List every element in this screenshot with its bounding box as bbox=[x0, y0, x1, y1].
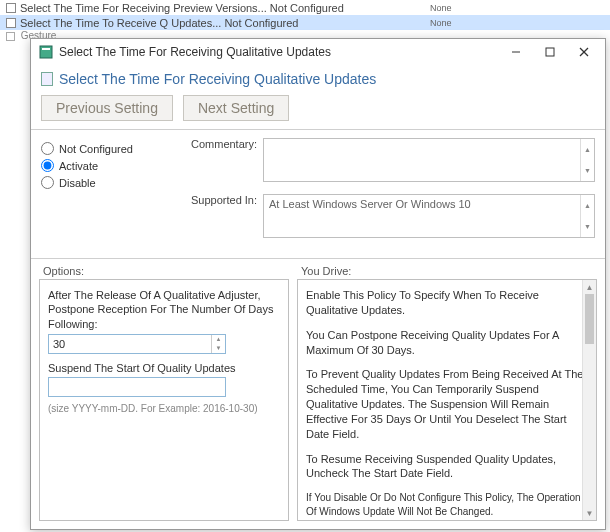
svg-rect-1 bbox=[42, 48, 50, 50]
suspend-label: Suspend The Start Of Quality Updates bbox=[48, 362, 280, 374]
scroll-thumb[interactable] bbox=[585, 294, 594, 344]
bg-policy-value: None bbox=[430, 18, 452, 28]
days-input[interactable]: 30 ▲▼ bbox=[48, 334, 226, 354]
help-text: To Prevent Quality Updates From Being Re… bbox=[306, 367, 588, 441]
help-text: If You Disable Or Do Not Configure This … bbox=[306, 491, 588, 518]
titlebar[interactable]: Select The Time For Receiving Qualitativ… bbox=[31, 39, 605, 65]
help-panel: Enable This Policy To Specify When To Re… bbox=[297, 279, 597, 521]
bg-policy-row-2[interactable]: Select The Time To Receive Q Updates... … bbox=[0, 15, 610, 30]
bg-policy-row-1[interactable]: Select The Time For Receiving Preview Ve… bbox=[0, 0, 610, 15]
bg-policy-value: None bbox=[430, 3, 452, 13]
bg-policy-label: Select The Time To Receive Q Updates... … bbox=[20, 17, 430, 29]
spinner-icon[interactable]: ▲▼ bbox=[580, 139, 594, 181]
spinner-icon[interactable]: ▲▼ bbox=[211, 335, 225, 353]
minimize-button[interactable] bbox=[499, 41, 533, 63]
scrollbar[interactable]: ▲ ▼ bbox=[582, 280, 596, 520]
suspend-date-input[interactable] bbox=[48, 377, 226, 397]
scroll-down-icon[interactable]: ▼ bbox=[583, 506, 596, 520]
help-text: You Can Postpone Receiving Quality Updat… bbox=[306, 328, 588, 358]
size-hint: (size YYYY-mm-DD. For Example: 2016-10-3… bbox=[48, 403, 280, 414]
supported-label: Supported In: bbox=[191, 194, 263, 206]
bg-policy-label: Select The Time For Receiving Preview Ve… bbox=[20, 2, 430, 14]
svg-rect-3 bbox=[546, 48, 554, 56]
dialog-heading: Select The Time For Receiving Qualitativ… bbox=[41, 71, 595, 87]
scroll-up-icon[interactable]: ▲ bbox=[583, 280, 596, 294]
supported-input[interactable]: At Least Windows Server Or Windows 10 ▲▼ bbox=[263, 194, 595, 238]
radio-activate[interactable]: Activate bbox=[41, 159, 141, 172]
help-text: Enable This Policy To Specify When To Re… bbox=[306, 288, 588, 318]
next-setting-button[interactable]: Next Setting bbox=[183, 95, 289, 121]
doc-icon bbox=[6, 3, 16, 13]
drive-label: You Drive: bbox=[301, 265, 351, 277]
options-panel: After The Release Of A Qualitative Adjus… bbox=[39, 279, 289, 521]
release-text: After The Release Of A Qualitative Adjus… bbox=[48, 288, 280, 331]
spinner-icon[interactable]: ▲▼ bbox=[580, 195, 594, 237]
close-button[interactable] bbox=[567, 41, 601, 63]
svg-rect-0 bbox=[40, 46, 52, 58]
options-label: Options: bbox=[43, 265, 301, 277]
maximize-button[interactable] bbox=[533, 41, 567, 63]
commentary-input[interactable]: ▲▼ bbox=[263, 138, 595, 182]
commentary-label: Commentary: bbox=[191, 138, 263, 150]
window-title: Select The Time For Receiving Qualitativ… bbox=[59, 45, 331, 59]
radio-disable[interactable]: Disable bbox=[41, 176, 141, 189]
policy-dialog: Select The Time For Receiving Qualitativ… bbox=[30, 38, 606, 530]
help-text: To Resume Receiving Suspended Quality Up… bbox=[306, 452, 588, 482]
radio-not-configured[interactable]: Not Configured bbox=[41, 142, 141, 155]
app-icon bbox=[39, 45, 53, 59]
doc-icon bbox=[41, 72, 53, 86]
previous-setting-button[interactable]: Previous Setting bbox=[41, 95, 173, 121]
doc-icon bbox=[6, 18, 16, 28]
